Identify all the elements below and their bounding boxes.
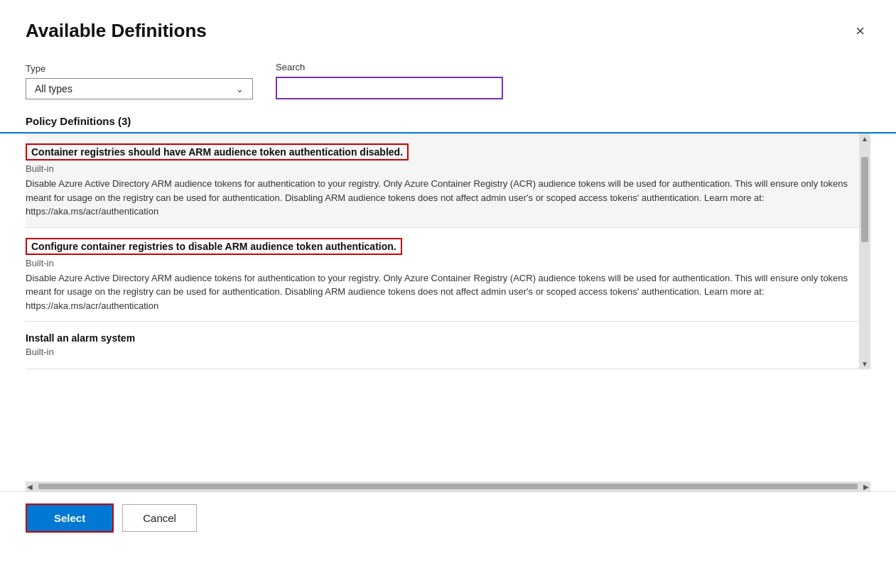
table-row[interactable]: Install an alarm system Built-in: [26, 322, 868, 369]
horizontal-scrollbar[interactable]: ◀ ▶: [26, 481, 870, 491]
policy-title: Install an alarm system: [26, 332, 135, 344]
list-area: Container registries should have ARM aud…: [0, 134, 896, 481]
list-outer: Container registries should have ARM aud…: [26, 134, 870, 369]
policy-title: Container registries should have ARM aud…: [26, 143, 409, 160]
search-filter-group: Search: [276, 62, 503, 99]
scroll-down-arrow[interactable]: ▼: [859, 359, 870, 369]
dialog-title: Available Definitions: [26, 20, 207, 42]
dialog-footer: Select Cancel: [0, 491, 896, 550]
policy-description: Disable Azure Active Directory ARM audie…: [26, 271, 868, 313]
search-label: Search: [276, 62, 503, 72]
type-value: All types: [35, 83, 72, 94]
search-input[interactable]: [276, 77, 503, 99]
table-row[interactable]: Container registries should have ARM aud…: [26, 134, 868, 228]
dialog-header: Available Definitions ×: [0, 0, 896, 49]
filters-row: Type All types ⌄ Search: [0, 49, 896, 109]
h-scrollbar-thumb[interactable]: [38, 484, 858, 489]
table-row[interactable]: Configure container registries to disabl…: [26, 228, 868, 322]
chevron-down-icon: ⌄: [236, 84, 244, 94]
cancel-button[interactable]: Cancel: [122, 504, 197, 532]
policy-type: Built-in: [26, 258, 868, 268]
scroll-right-arrow[interactable]: ▶: [862, 483, 870, 491]
available-definitions-dialog: Available Definitions × Type All types ⌄…: [0, 0, 896, 588]
policy-type: Built-in: [26, 163, 868, 174]
close-button[interactable]: ×: [850, 21, 870, 42]
section-title: Policy Definitions (3): [26, 115, 131, 132]
section-header: Policy Definitions (3): [0, 109, 896, 134]
policy-description: Disable Azure Active Directory ARM audie…: [26, 177, 868, 219]
type-filter-group: Type All types ⌄: [26, 63, 253, 99]
type-label: Type: [26, 63, 253, 74]
policy-type: Built-in: [26, 347, 868, 357]
type-select[interactable]: All types ⌄: [26, 78, 253, 99]
vertical-scrollbar[interactable]: ▲ ▼: [859, 134, 870, 369]
policy-title: Configure container registries to disabl…: [26, 238, 402, 255]
scroll-up-arrow[interactable]: ▲: [859, 134, 870, 144]
select-button[interactable]: Select: [26, 503, 114, 533]
scrollbar-thumb[interactable]: [861, 157, 868, 242]
scroll-left-arrow[interactable]: ◀: [26, 483, 34, 491]
list-inner: Container registries should have ARM aud…: [26, 134, 870, 369]
